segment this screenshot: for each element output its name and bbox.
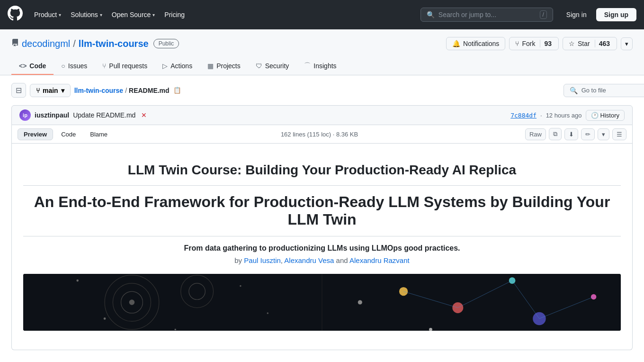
svg-point-8 xyxy=(104,317,106,320)
view-preview-tab[interactable]: Preview xyxy=(18,128,53,140)
code-icon: <> xyxy=(19,62,27,70)
commit-message: Update README.md xyxy=(73,111,135,119)
goto-file-bar[interactable]: 🔍 Go to file xyxy=(564,84,644,97)
bell-icon: 🔔 xyxy=(452,40,460,47)
breadcrumb-repo[interactable]: llm-twin-course xyxy=(74,87,123,94)
commit-row: ip iusztinpaul Update README.md ✕ 7c884d… xyxy=(11,105,633,125)
readme-hero-image xyxy=(23,274,621,331)
list-view-button[interactable]: ☰ xyxy=(612,128,626,140)
search-bar[interactable]: 🔍 Search or jump to... / xyxy=(420,8,553,22)
chevron-down-icon: ▾ xyxy=(59,12,61,18)
add-button[interactable]: ▾ xyxy=(621,37,633,50)
breadcrumb: decodingml / llm-twin-course Public xyxy=(11,38,179,49)
tab-actions[interactable]: ▷ Actions xyxy=(155,58,200,75)
top-navigation: Product ▾ Solutions ▾ Open Source ▾ Pric… xyxy=(0,0,644,29)
commit-right: 7c884df · 12 hours ago 🕐 History xyxy=(510,110,625,121)
branch-icon: ⑂ xyxy=(36,87,40,94)
author-1[interactable]: Paul Iusztin xyxy=(244,256,281,264)
nav-links: Product ▾ Solutions ▾ Open Source ▾ Pric… xyxy=(30,8,413,21)
tab-pull-requests[interactable]: ⑂ Pull requests xyxy=(95,58,155,75)
star-icon: ☆ xyxy=(569,40,575,47)
fork-count: 93 xyxy=(540,40,555,47)
commit-left: ip iusztinpaul Update README.md ✕ xyxy=(19,109,147,121)
sign-in-button[interactable]: Sign in xyxy=(561,8,592,21)
chevron-down-icon: ▾ xyxy=(61,87,64,94)
commit-author: iusztinpaul xyxy=(35,111,69,119)
nav-solutions[interactable]: Solutions ▾ xyxy=(67,8,106,21)
sidebar-toggle-button[interactable]: ⊟ xyxy=(11,83,26,98)
commit-time: 12 hours ago xyxy=(546,112,582,119)
raw-button[interactable]: Raw xyxy=(525,128,546,140)
svg-point-4 xyxy=(129,299,134,305)
chevron-down-icon: ▾ xyxy=(152,12,155,18)
view-blame-tab[interactable]: Blame xyxy=(84,128,114,140)
history-button[interactable]: 🕐 History xyxy=(586,110,625,121)
fork-button[interactable]: ⑂ Fork 93 xyxy=(509,37,559,50)
readme-description: From data gathering to productionizing L… xyxy=(23,244,621,253)
breadcrumb-path: llm-twin-course / README.md 📋 xyxy=(74,85,183,96)
copy-raw-button[interactable]: ⧉ xyxy=(549,128,562,140)
view-code-tab[interactable]: Code xyxy=(55,128,82,140)
issue-icon: ○ xyxy=(61,62,65,70)
svg-point-9 xyxy=(175,329,176,330)
sign-up-button[interactable]: Sign up xyxy=(596,8,636,21)
view-tabs: Preview Code Blame xyxy=(18,128,114,140)
nav-pricing[interactable]: Pricing xyxy=(161,8,188,21)
actions-icon: ▷ xyxy=(162,62,168,70)
download-button[interactable]: ⬇ xyxy=(564,128,578,140)
svg-point-7 xyxy=(76,280,79,282)
edit-button[interactable]: ✏ xyxy=(581,128,595,140)
copy-path-button[interactable]: 📋 xyxy=(171,85,183,96)
readme-subtitle: An End-to-End Framework for Production-R… xyxy=(23,193,621,228)
file-nav-left: ⊟ ⑂ main ▾ llm-twin-course / README.md 📋 xyxy=(11,83,183,98)
file-meta: 162 lines (115 loc) · 8.36 KB xyxy=(281,131,358,138)
close-icon[interactable]: ✕ xyxy=(141,111,147,119)
history-icon: 🕐 xyxy=(591,112,599,119)
tab-projects[interactable]: ▦ Projects xyxy=(200,58,248,75)
github-logo[interactable] xyxy=(8,6,23,24)
repo-owner[interactable]: decodingml xyxy=(22,38,70,49)
star-count: 463 xyxy=(595,40,614,47)
visibility-badge: Public xyxy=(153,39,179,48)
search-shortcut: / xyxy=(540,10,547,19)
file-toolbar: Preview Code Blame 162 lines (115 loc) ·… xyxy=(11,125,633,144)
svg-point-24 xyxy=(358,300,362,304)
nav-open-source[interactable]: Open Source ▾ xyxy=(108,8,159,21)
svg-point-11 xyxy=(267,312,268,314)
repo-icon xyxy=(11,39,19,48)
file-content: LLM Twin Course: Building Your Productio… xyxy=(11,144,633,350)
commit-hash[interactable]: 7c884df xyxy=(510,112,537,119)
readme-divider xyxy=(23,185,621,186)
avatar: ip xyxy=(19,109,31,121)
more-file-options[interactable]: ▾ xyxy=(598,128,609,140)
file-actions: Raw ⧉ ⬇ ✏ ▾ ☰ xyxy=(525,128,626,140)
notifications-button[interactable]: 🔔 Notifications xyxy=(446,37,505,50)
svg-point-10 xyxy=(240,285,241,287)
fork-icon: ⑂ xyxy=(515,40,519,47)
tab-security[interactable]: 🛡 Security xyxy=(248,58,297,75)
projects-icon: ▦ xyxy=(207,62,214,70)
tab-insights[interactable]: ⌒ Insights xyxy=(296,58,344,75)
readme-divider-2 xyxy=(23,236,621,236)
tab-code[interactable]: <> Code xyxy=(11,58,54,75)
pr-icon: ⑂ xyxy=(102,62,106,70)
file-area: ⊟ ⑂ main ▾ llm-twin-course / README.md 📋… xyxy=(0,75,644,358)
chevron-down-icon: ▾ xyxy=(100,12,102,18)
search-icon: 🔍 xyxy=(427,11,435,18)
svg-point-16 xyxy=(591,294,596,299)
readme-authors: by Paul Iusztin, Alexandru Vesa and Alex… xyxy=(23,256,621,264)
author-3[interactable]: Alexandru Razvant xyxy=(349,256,410,264)
nav-product[interactable]: Product ▾ xyxy=(30,8,65,21)
repo-name-link[interactable]: llm-twin-course xyxy=(79,38,149,49)
star-button[interactable]: ☆ Star 463 xyxy=(563,37,617,50)
search-icon: 🔍 xyxy=(570,87,578,94)
author-2[interactable]: Alexandru Vesa xyxy=(284,256,334,264)
breadcrumb-file: README.md xyxy=(129,87,170,94)
insights-icon: ⌒ xyxy=(304,62,311,70)
repo-header: decodingml / llm-twin-course Public 🔔 No… xyxy=(0,29,644,75)
readme-title: LLM Twin Course: Building Your Productio… xyxy=(23,163,621,178)
security-icon: 🛡 xyxy=(256,62,262,70)
repo-actions: 🔔 Notifications ⑂ Fork 93 ☆ Star 463 ▾ xyxy=(446,37,633,50)
branch-selector[interactable]: ⑂ main ▾ xyxy=(30,84,71,97)
tab-issues[interactable]: ○ Issues xyxy=(54,58,95,75)
